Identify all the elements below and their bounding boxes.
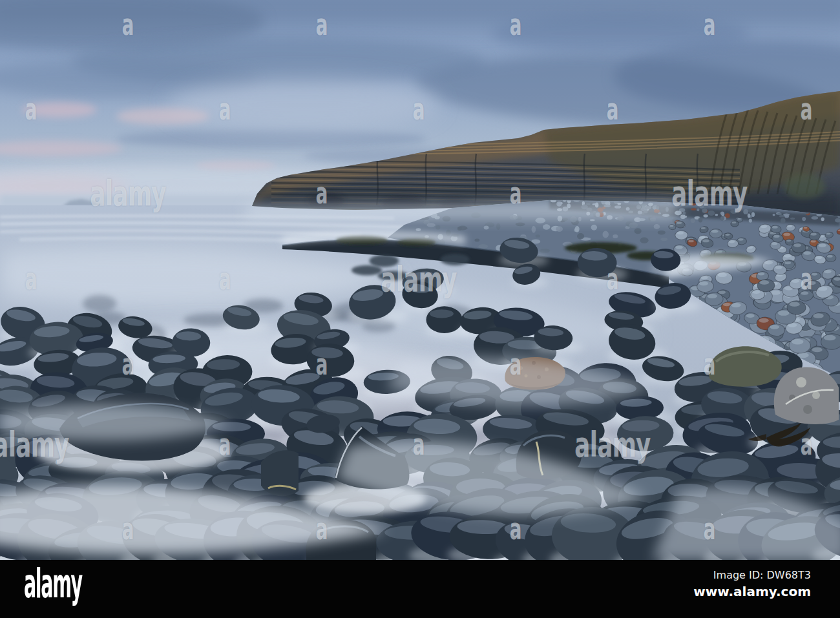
watermark-footer-bar: alamy Image ID: DW68T3 www.alamy.com [0, 560, 840, 618]
stock-photo: aaaaaaaaaaaaaaaaaaaaaaaaaaalamyalamyalam… [0, 0, 840, 560]
stock-photo-page: aaaaaaaaaaaaaaaaaaaaaaaaaaalamyalamyalam… [0, 0, 840, 618]
alamy-url: www.alamy.com [693, 584, 811, 599]
coastal-scene-graphic [0, 0, 840, 560]
footer-info: Image ID: DW68T3 www.alamy.com [693, 569, 811, 599]
alamy-logo-text: alamy [24, 555, 82, 613]
image-id-label: Image ID: DW68T3 [693, 569, 811, 581]
strand-rock [261, 450, 299, 496]
green-algae-patch [784, 173, 825, 199]
